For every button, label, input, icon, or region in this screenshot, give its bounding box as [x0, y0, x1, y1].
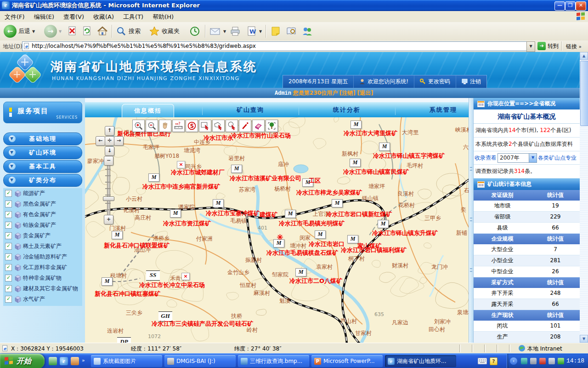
mail-button[interactable]: ▼ — [209, 24, 226, 39]
tool-pan-button[interactable] — [159, 120, 171, 132]
mine-label[interactable]: 冷水江市铎山镇富民煤矿 — [343, 168, 409, 176]
pan-center-button[interactable]: ✛ — [105, 136, 114, 146]
mine-marker[interactable]: M — [332, 199, 343, 207]
sidebar-group-3[interactable]: ▼矿类分布 — [3, 174, 82, 187]
menu-item-1[interactable]: 编辑(E) — [29, 11, 59, 23]
mine-label[interactable]: 冷水江市永 — [204, 134, 233, 142]
mine-label[interactable]: 冷水江市铎山镇东升煤矿 — [372, 229, 438, 237]
pan-up-button[interactable]: ↑ — [105, 126, 114, 136]
messenger-button[interactable] — [301, 24, 313, 39]
layer-item-5[interactable]: ✓稀土及元素矿产 — [3, 241, 82, 252]
pan-right-button[interactable]: → — [114, 136, 124, 146]
mine-marker[interactable]: M — [102, 277, 113, 286]
tray-icon-1[interactable] — [521, 358, 527, 364]
mine-label[interactable]: 冷水江市铎山镇五字湾煤矿 — [373, 152, 445, 160]
query-suffix-link[interactable]: 各类矿山点专业 — [538, 154, 577, 162]
layer-item-1[interactable]: ✓黑色金属矿产 — [3, 199, 82, 209]
exit-link[interactable]: [退出] — [357, 90, 373, 96]
back-dropdown-icon[interactable]: ▼ — [32, 29, 35, 34]
taskbar-task-0[interactable]: 系统截图图片 — [91, 355, 162, 367]
scroll-down-icon[interactable]: ▼ — [580, 335, 588, 343]
mine-label[interactable]: 冷水江市洞竹山采石场 — [231, 132, 291, 140]
forward-button[interactable]: → ▼ — [44, 24, 62, 39]
tab-2[interactable]: 统计分析 — [305, 102, 388, 117]
history-button[interactable] — [189, 24, 200, 39]
taskbar-task-2[interactable]: 三维行政查询.bmp... — [238, 355, 309, 367]
quicklaunch-outlook-icon[interactable] — [71, 357, 79, 365]
change-password-link[interactable]: 更改密码 — [414, 75, 456, 88]
mine-marker[interactable]: M — [295, 268, 306, 276]
zoom-slider-track[interactable] — [107, 164, 110, 217]
mine-label[interactable]: 冷水江市三尖镇硅产品开发公司硅石矿 — [152, 320, 253, 328]
closed-mine-marker[interactable]: × — [177, 161, 185, 168]
taskbar-task-4[interactable]: e湖南省矿山地质环... — [385, 355, 456, 367]
mine-marker[interactable]: M — [231, 165, 242, 173]
layer-item-6[interactable]: ✓冶金辅助原料矿产 — [3, 252, 82, 262]
mine-label[interactable]: 冷水江市梓龙乡吴家煤矿 — [296, 189, 362, 197]
mine-label[interactable]: 冷水江市大湾里煤矿 — [344, 129, 397, 138]
logout-link[interactable]: 注销 — [456, 75, 486, 88]
mine-label[interactable]: 冷水江市毛易镇棋盘石煤矿 — [266, 249, 338, 257]
scroll-thumb[interactable] — [580, 61, 588, 126]
mine-label[interactable]: 冷水江市资江煤矿 — [163, 219, 211, 228]
layer-item-0[interactable]: ✓能源矿产 — [3, 188, 82, 199]
mine-marker[interactable]: M — [112, 231, 123, 239]
layer-item-7[interactable]: ✓化工原料非金属矿 — [3, 262, 82, 273]
tool-select-rect-button[interactable] — [199, 120, 211, 132]
tray-icon-2[interactable] — [530, 358, 537, 364]
tray-icon-5[interactable] — [558, 358, 564, 364]
layer-item-2[interactable]: ✓有色金属矿产 — [3, 209, 82, 220]
back-button[interactable]: ← 后退 ▼ — [4, 24, 35, 39]
mine-label[interactable]: 冷水江市毛易镇光明煤矿 — [279, 219, 345, 228]
start-button[interactable]: 开始 — [0, 354, 45, 368]
mine-marker[interactable]: M — [148, 173, 159, 182]
zoom-out-slider-button[interactable]: − — [104, 156, 113, 166]
layer-item-4[interactable]: ✓贵金属矿产 — [3, 230, 82, 241]
layer-checkbox[interactable]: ✓ — [5, 243, 12, 250]
year-select[interactable]: 2007年 ▼ — [498, 153, 537, 163]
pan-down-button[interactable]: ↓ — [105, 146, 114, 156]
tray-collapse-chevron[interactable]: ‹ — [510, 357, 517, 365]
layer-checkbox[interactable]: ✓ — [5, 222, 12, 229]
ime-help-icon[interactable]: ? — [490, 357, 498, 365]
search-button[interactable]: 搜索 — [116, 24, 141, 39]
zoom-slider-handle[interactable] — [103, 196, 114, 201]
layer-checkbox[interactable]: ✓ — [5, 275, 12, 282]
layer-checkbox[interactable]: ✓ — [5, 201, 12, 207]
tool-legend-button[interactable] — [266, 120, 278, 132]
research-button[interactable] — [286, 24, 297, 39]
minimize-button[interactable]: — — [554, 1, 565, 11]
tool-select-s-button[interactable]: S — [186, 120, 198, 132]
mine-label[interactable]: 冷水江市长冲立中采石场 — [139, 281, 205, 289]
mine-label[interactable]: 建煤矿 — [260, 211, 277, 219]
layer-checkbox[interactable]: ✓ — [5, 285, 12, 292]
edit-word-button[interactable]: W ▼ — [246, 24, 262, 39]
tool-erase-button[interactable] — [252, 120, 265, 132]
refresh-button[interactable] — [82, 24, 93, 39]
mine-label[interactable]: 冷水江市城郊建材厂 — [171, 168, 225, 177]
mine-marker[interactable]: M — [213, 199, 224, 207]
tab-1[interactable]: 矿山查询 — [209, 102, 292, 117]
tool-zoom-in-button[interactable] — [132, 120, 145, 132]
go-button[interactable]: ➜ 转到 — [537, 42, 559, 50]
tab-0[interactable]: 信息概括 — [122, 104, 174, 118]
home-button[interactable] — [96, 24, 108, 39]
word-dropdown-icon[interactable]: ▼ — [259, 29, 262, 34]
layer-checkbox[interactable]: ✓ — [5, 211, 12, 218]
mine-label[interactable]: 冷水江市中连乡南宫新井煤矿 — [142, 183, 220, 191]
logout-link-2[interactable]: [注销] — [339, 90, 356, 96]
tool-select-polygon-button[interactable] — [212, 120, 225, 132]
menu-item-2[interactable]: 查看(V) — [59, 11, 89, 23]
mine-marker[interactable]: M — [379, 143, 390, 151]
sidebar-group-2[interactable]: ▼基本工具 — [3, 160, 82, 173]
layer-checkbox[interactable]: ✓ — [5, 264, 12, 271]
layer-checkbox[interactable]: ✓ — [5, 253, 12, 260]
layer-item-10[interactable]: ✓水气矿产 — [3, 294, 82, 305]
mine-marker[interactable]: M — [347, 235, 358, 243]
taskbar-task-3[interactable]: PMicrosoft PowerP... — [311, 355, 383, 367]
close-button[interactable]: ✕ — [576, 1, 586, 11]
mine-label[interactable]: 工区 — [309, 177, 321, 185]
menu-item-4[interactable]: 工具(T) — [119, 11, 148, 23]
tool-draw-button[interactable] — [239, 120, 251, 132]
layer-item-3[interactable]: ✓铂族金属矿产 — [3, 220, 82, 230]
